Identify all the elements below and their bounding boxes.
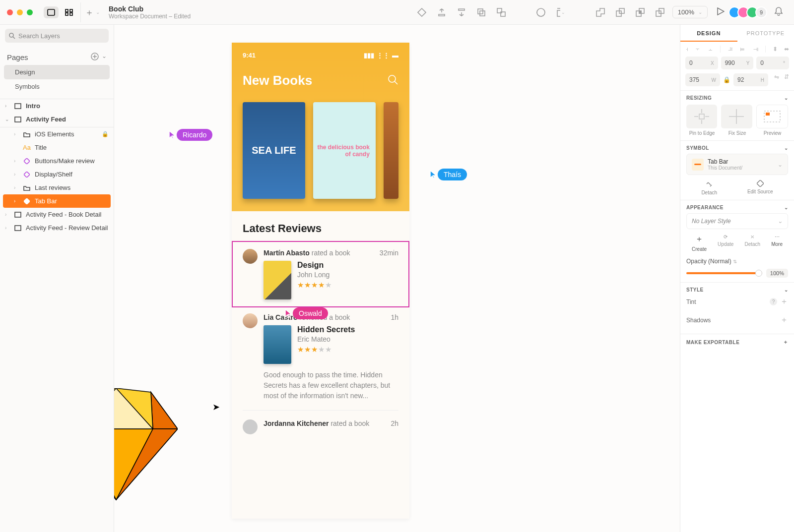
review-card-selected[interactable]: Martín Abasto rated a book32min Design J… bbox=[232, 241, 409, 307]
collapse-icon[interactable]: ⌄ bbox=[784, 205, 789, 210]
layer-row[interactable]: AaTitle bbox=[0, 141, 114, 154]
svg-rect-11 bbox=[557, 10, 560, 16]
layer-row[interactable]: ›Buttons/Make review bbox=[0, 154, 114, 168]
layer-row[interactable]: ›iOS Elements🔒 bbox=[0, 127, 114, 141]
layer-style-dropdown[interactable]: No Layer Style⌄ bbox=[686, 213, 788, 229]
tab-prototype[interactable]: PROTOTYPE bbox=[737, 25, 794, 42]
ungroup-icon[interactable] bbox=[497, 8, 506, 17]
insert-button[interactable]: ＋ ⌄ bbox=[85, 6, 100, 18]
add-shadow-icon[interactable]: ＋ bbox=[780, 315, 788, 325]
backward-icon[interactable] bbox=[457, 8, 466, 17]
shape-tool-icon[interactable] bbox=[417, 8, 426, 17]
add-tint-icon[interactable]: ＋ bbox=[780, 296, 788, 307]
canvas-view-icon[interactable] bbox=[44, 6, 59, 18]
y-input[interactable]: 990Y bbox=[721, 57, 754, 69]
group-icon[interactable] bbox=[477, 8, 486, 17]
distribute-h-icon[interactable]: ⬍ bbox=[773, 46, 778, 53]
rating-stars: ★★★★★ bbox=[297, 345, 355, 354]
collapse-icon[interactable]: ⌄ bbox=[784, 145, 789, 151]
height-input[interactable]: 92H bbox=[733, 73, 768, 86]
symbol-selector[interactable]: Tab BarThis Document/ ⌄ bbox=[686, 154, 788, 175]
opacity-slider[interactable] bbox=[686, 272, 762, 274]
fix-size-button[interactable] bbox=[721, 105, 752, 128]
rotation-input[interactable]: 0° bbox=[756, 57, 789, 69]
scale-icon[interactable]: ⌄ bbox=[556, 8, 565, 17]
notifications-icon[interactable] bbox=[774, 6, 783, 18]
search-icon[interactable] bbox=[388, 74, 398, 87]
align-controls: ⫞ ⫟ ⫠ ⫡ ⫢ ⫣ ⬍ ⬌ bbox=[680, 42, 794, 57]
svg-point-10 bbox=[537, 8, 545, 16]
intersect-icon[interactable] bbox=[636, 8, 645, 17]
page-item[interactable]: Symbols bbox=[4, 79, 110, 94]
collapse-pages-icon[interactable]: ⌄ bbox=[102, 53, 107, 62]
subtract-icon[interactable] bbox=[616, 8, 625, 17]
layer-row[interactable]: ›Intro bbox=[0, 99, 114, 113]
svg-marker-41 bbox=[757, 180, 764, 187]
avatar bbox=[243, 419, 258, 434]
difference-icon[interactable] bbox=[656, 8, 664, 17]
zoom-dropdown[interactable]: 100%⌄ bbox=[672, 6, 708, 18]
document-title[interactable]: Book Club Workspace Document – Edited bbox=[109, 5, 191, 20]
minimize-window[interactable] bbox=[17, 9, 23, 15]
review-card[interactable]: Jordanna Kitchener rated a book2h bbox=[232, 418, 409, 443]
layer-row[interactable]: ⌄Activity Feed bbox=[0, 113, 114, 126]
book-cover[interactable]: SEA LIFE bbox=[243, 102, 305, 199]
mask-icon[interactable] bbox=[536, 8, 545, 17]
forward-icon[interactable] bbox=[437, 8, 446, 17]
flip-h-icon[interactable]: ⇋ bbox=[774, 73, 779, 86]
x-input[interactable]: 0X bbox=[685, 57, 718, 69]
symbol-icon bbox=[23, 198, 31, 204]
collapse-icon[interactable]: ⌄ bbox=[784, 287, 789, 293]
shadows-row[interactable]: Shadows＋ bbox=[686, 311, 788, 329]
update-style-button[interactable]: ⟳Update bbox=[718, 234, 733, 252]
hero-title: New Books bbox=[243, 73, 312, 88]
preview-button[interactable] bbox=[756, 105, 788, 128]
detach-button[interactable]: Detach bbox=[701, 180, 717, 195]
align-right-icon[interactable]: ⫠ bbox=[708, 46, 714, 53]
svg-rect-0 bbox=[48, 9, 55, 15]
opacity-input[interactable]: 100% bbox=[766, 269, 788, 278]
create-style-button[interactable]: ＋Create bbox=[692, 234, 707, 252]
grid-view-icon[interactable] bbox=[62, 6, 76, 18]
edit-source-button[interactable]: Edit Source bbox=[747, 180, 773, 195]
add-page-icon[interactable] bbox=[91, 53, 99, 62]
tint-row[interactable]: Tint?＋ bbox=[686, 293, 788, 311]
width-input[interactable]: 375W bbox=[685, 73, 720, 86]
distribute-v-icon[interactable]: ⬌ bbox=[784, 46, 789, 53]
more-style-button[interactable]: ⋯More bbox=[771, 234, 783, 252]
symbol-icon bbox=[23, 158, 31, 164]
align-top-icon[interactable]: ⫡ bbox=[728, 46, 733, 53]
detach-style-button[interactable]: ⤫Detach bbox=[744, 234, 760, 252]
lock-aspect-icon[interactable]: 🔒 bbox=[723, 73, 730, 86]
play-icon[interactable] bbox=[717, 7, 725, 17]
artboard[interactable]: 9:41 ▮▮▮⋮⋮▬ New Books SEA LIFE the delic… bbox=[232, 43, 409, 519]
pin-edge-button[interactable] bbox=[686, 105, 717, 128]
review-card[interactable]: Lia Castro reviewed a book1h Hidden Secr… bbox=[232, 312, 409, 410]
lock-icon[interactable]: 🔒 bbox=[102, 131, 109, 137]
avatar-count[interactable]: 9 bbox=[755, 6, 767, 18]
collaborator-avatars[interactable]: 9 bbox=[731, 6, 767, 18]
book-cover[interactable] bbox=[384, 102, 398, 199]
align-center-h-icon[interactable]: ⫟ bbox=[695, 46, 701, 53]
maximize-window[interactable] bbox=[27, 9, 33, 15]
union-icon[interactable] bbox=[596, 8, 605, 17]
layer-row[interactable]: ›Display/Shelf bbox=[0, 168, 114, 181]
canvas[interactable]: 9:41 ▮▮▮⋮⋮▬ New Books SEA LIFE the delic… bbox=[114, 25, 680, 532]
close-window[interactable] bbox=[7, 9, 13, 15]
status-bar: 9:41 ▮▮▮⋮⋮▬ bbox=[243, 52, 398, 59]
page-item[interactable]: Design bbox=[4, 65, 110, 79]
layer-row[interactable]: ›Activity Feed - Review Detail bbox=[0, 221, 114, 235]
align-bottom-icon[interactable]: ⫣ bbox=[753, 46, 759, 53]
collapse-icon[interactable]: ⌄ bbox=[784, 95, 789, 101]
layer-row-selected[interactable]: ›Tab Bar bbox=[3, 194, 111, 208]
layer-row[interactable]: ›Last reviews bbox=[0, 181, 114, 194]
align-left-icon[interactable]: ⫞ bbox=[685, 46, 688, 53]
search-input[interactable]: Search Layers bbox=[5, 29, 109, 43]
add-export-icon[interactable]: ＋ bbox=[783, 339, 789, 346]
align-middle-icon[interactable]: ⫢ bbox=[740, 46, 746, 53]
book-cover[interactable]: the delicious book of candy bbox=[313, 102, 376, 199]
flip-v-icon[interactable]: ⇵ bbox=[784, 73, 789, 86]
rating-stars: ★★★★★ bbox=[297, 281, 332, 290]
layer-row[interactable]: ›Activity Feed - Book Detail bbox=[0, 208, 114, 221]
tab-design[interactable]: DESIGN bbox=[680, 25, 737, 42]
